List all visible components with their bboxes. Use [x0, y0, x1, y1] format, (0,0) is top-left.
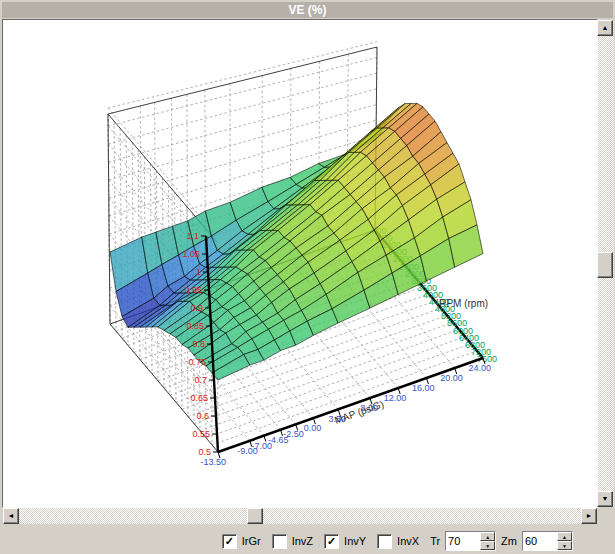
horizontal-scroll-thumb[interactable] [247, 508, 263, 524]
zm-increment-button[interactable]: ▲ [557, 532, 572, 541]
spinner-down-icon: ▼ [562, 543, 567, 549]
svg-text:0.8: 0.8 [192, 339, 205, 349]
tr-spin-buttons: ▲ ▼ [480, 532, 495, 550]
irgr-label: IrGr [242, 535, 261, 547]
svg-text:1.05: 1.05 [182, 249, 200, 259]
arrow-up-icon: ▲ [602, 24, 609, 31]
invx-checkbox[interactable] [377, 534, 392, 549]
horizontal-scrollbar[interactable]: ◄ ► [3, 508, 597, 524]
bottom-toolbar: ✓ IrGr InvZ ✓ InvY InvX Tr ▲ ▼ Zm ▲ ▼ [222, 531, 573, 551]
scroll-up-button[interactable]: ▲ [597, 20, 613, 36]
window-title-bar[interactable]: VE (%) [2, 2, 613, 18]
zm-spinner: ▲ ▼ [522, 531, 573, 551]
vertical-scrollbar[interactable]: ▲ ▼ [598, 20, 614, 507]
arrow-right-icon: ► [586, 512, 593, 519]
irgr-checkbox[interactable]: ✓ [222, 534, 237, 549]
spinner-up-icon: ▲ [562, 534, 567, 540]
svg-text:0.6: 0.6 [196, 411, 209, 421]
spinner-down-icon: ▼ [485, 543, 490, 549]
svg-text:20.00: 20.00 [440, 373, 463, 383]
ve-table-3d-window: { "window": { "title": "VE (%)" }, "char… [0, 0, 615, 554]
svg-text:0.00: 0.00 [304, 423, 322, 433]
svg-text:24.00: 24.00 [468, 363, 491, 373]
plot-panel: 4008001200160020002400280032003600400044… [2, 19, 598, 508]
invz-label: InvZ [292, 535, 313, 547]
svg-text:0.9: 0.9 [190, 303, 203, 313]
scrollbar-corner [598, 508, 615, 524]
svg-text:0.85: 0.85 [186, 321, 204, 331]
zm-decrement-button[interactable]: ▼ [557, 541, 572, 550]
zm-label: Zm [501, 535, 517, 547]
window-title: VE (%) [288, 3, 326, 17]
zm-spin-buttons: ▲ ▼ [557, 532, 572, 550]
svg-text:RPM (rpm): RPM (rpm) [439, 298, 488, 309]
invy-checkbox[interactable]: ✓ [324, 534, 339, 549]
svg-text:0.5: 0.5 [198, 447, 211, 457]
spinner-up-icon: ▲ [485, 534, 490, 540]
scroll-left-button[interactable]: ◄ [3, 508, 19, 524]
invy-label: InvY [344, 535, 366, 547]
tr-input[interactable] [446, 532, 480, 550]
svg-text:-2.50: -2.50 [283, 429, 304, 439]
svg-text:12.00: 12.00 [384, 393, 407, 403]
vertical-scroll-thumb[interactable] [597, 252, 613, 278]
invx-label: InvX [397, 535, 419, 547]
svg-text:-13.50: -13.50 [200, 457, 226, 467]
svg-text:0.75: 0.75 [188, 357, 206, 367]
zm-input[interactable] [523, 532, 557, 550]
scroll-right-button[interactable]: ► [581, 508, 597, 524]
tr-decrement-button[interactable]: ▼ [480, 541, 495, 550]
tr-increment-button[interactable]: ▲ [480, 532, 495, 541]
svg-text:0.95: 0.95 [184, 285, 202, 295]
svg-text:16.00: 16.00 [412, 383, 435, 393]
arrow-left-icon: ◄ [8, 512, 15, 519]
invz-checkbox[interactable] [272, 534, 287, 549]
svg-text:0.55: 0.55 [192, 429, 210, 439]
arrow-down-icon: ▼ [602, 495, 609, 502]
svg-text:0.65: 0.65 [190, 393, 208, 403]
svg-text:1: 1 [196, 267, 201, 277]
svg-text:0.7: 0.7 [194, 375, 207, 385]
svg-text:1.1: 1.1 [186, 231, 199, 241]
tr-label: Tr [430, 535, 440, 547]
scroll-down-button[interactable]: ▼ [597, 491, 613, 507]
ve-3d-surface-plot[interactable]: 4008001200160020002400280032003600400044… [3, 20, 597, 507]
tr-spinner: ▲ ▼ [445, 531, 496, 551]
